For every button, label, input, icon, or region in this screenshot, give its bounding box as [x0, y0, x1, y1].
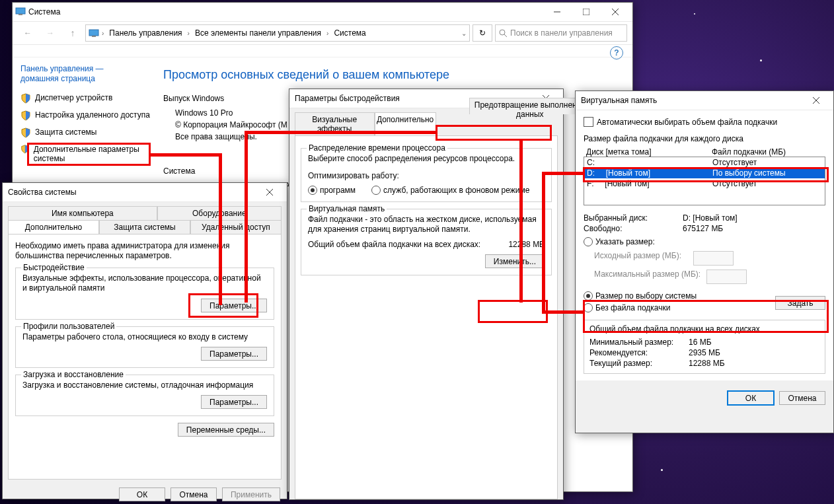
disk-list[interactable]: C: Отсутствует D: [Новый том]По выбору с… — [584, 157, 825, 205]
performance-options-window: Параметры быстродействия Визуальные эффе… — [289, 89, 564, 500]
tab-advanced[interactable]: Дополнительно — [375, 112, 436, 135]
close-button[interactable] — [255, 183, 284, 201]
admin-note: Необходимо иметь права администратора дл… — [15, 241, 274, 261]
help-icon[interactable]: ? — [610, 46, 623, 59]
close-button[interactable] — [802, 91, 831, 110]
initial-size-input — [693, 251, 734, 266]
optimize-programs-radio[interactable]: программ — [308, 186, 356, 195]
crumb-0[interactable]: Панель управления — [106, 28, 184, 38]
selected-disk-value: D: [Новый том] — [683, 213, 738, 223]
tab-dep[interactable]: Предотвращение выполнения данных — [469, 98, 591, 114]
system-properties-window: Свойства системы Имя компьютера Оборудов… — [2, 182, 287, 499]
tab-advanced[interactable]: Дополнительно — [8, 220, 99, 234]
shield-icon — [20, 93, 31, 104]
sidebar-advanced-system-settings[interactable]: Дополнительные параметры системы — [20, 145, 153, 163]
custom-size-radio[interactable]: Указать размер: — [584, 237, 655, 246]
svg-line-9 — [504, 34, 507, 37]
cancel-button[interactable]: Отмена — [779, 391, 825, 405]
startup-settings-button[interactable]: Параметры... — [201, 395, 267, 409]
tab-remote[interactable]: Удаленный доступ — [190, 220, 282, 234]
auto-manage-checkbox[interactable]: Автоматически выбирать объем файла подка… — [584, 117, 777, 127]
environment-variables-button[interactable]: Переменные среды... — [178, 423, 274, 437]
crumb-2[interactable]: Система — [331, 28, 368, 38]
system-titlebar[interactable]: Система — [13, 3, 632, 22]
control-panel-home-link[interactable]: Панель управления —домашняя страница — [20, 64, 153, 84]
cancel-button[interactable]: Отмена — [171, 487, 217, 501]
maximum-size-input — [706, 270, 747, 284]
set-button[interactable]: Задать — [775, 296, 825, 310]
forward-button[interactable]: → — [40, 24, 60, 42]
current-size-value: 12288 МБ — [689, 359, 725, 368]
tab-hardware[interactable]: Оборудование — [157, 206, 282, 220]
back-button[interactable]: ← — [18, 24, 38, 42]
startup-recovery-group: Загрузка и восстановление Загрузка и вос… — [15, 375, 274, 416]
shield-icon — [20, 145, 30, 155]
disk-row-d[interactable]: D: [Новый том]По выбору системы — [584, 168, 825, 178]
ok-button[interactable]: ОК — [728, 391, 774, 405]
performance-settings-button[interactable]: Параметры... — [201, 299, 267, 312]
ok-button[interactable]: ОК — [119, 487, 165, 501]
svg-line-5 — [612, 9, 619, 15]
svg-line-14 — [813, 97, 819, 104]
disk-row-c[interactable]: C: Отсутствует — [584, 157, 825, 168]
svg-point-8 — [500, 30, 505, 35]
vm-total-label: Общий объем файла подкачки на всех диска… — [308, 240, 508, 249]
change-vm-button[interactable]: Изменить... — [485, 254, 545, 268]
no-pagefile-radio[interactable]: Без файла подкачки — [584, 303, 670, 312]
system-window-title: Система — [26, 7, 543, 17]
maximize-button[interactable] — [572, 3, 601, 21]
pagefile-column-header: Файл подкачки (МБ) — [712, 147, 786, 157]
profiles-text: Параметры рабочего стола, относящиеся ко… — [22, 332, 267, 342]
optimize-services-radio[interactable]: служб, работающих в фоновом режиме — [371, 186, 529, 195]
up-button[interactable]: ↑ — [63, 24, 83, 42]
sidebar-remote-settings[interactable]: Настройка удаленного доступа — [20, 110, 153, 121]
breadcrumb[interactable]: › Панель управления› Все элементы панели… — [85, 24, 470, 42]
virtual-memory-window: Виртуальная память Автоматически выбират… — [575, 90, 834, 433]
system-properties-titlebar[interactable]: Свойства системы — [3, 183, 287, 202]
minimize-button[interactable] — [543, 3, 572, 21]
tab-computer-name[interactable]: Имя компьютера — [8, 206, 157, 220]
page-title: Просмотр основных сведений о вашем компь… — [163, 68, 625, 82]
startup-recovery-text: Загрузка и восстановление системы, отлад… — [22, 380, 267, 390]
computer-icon — [89, 28, 99, 38]
min-size-label: Минимальный размер: — [589, 338, 689, 347]
maximum-size-label: Максимальный размер (МБ): — [594, 270, 706, 284]
svg-rect-3 — [583, 9, 589, 15]
performance-text: Визуальные эффекты, использование процес… — [22, 273, 267, 293]
total-header: Общий объем файла подкачки на всех диска… — [589, 324, 819, 334]
tab-visual-effects[interactable]: Визуальные эффекты — [295, 112, 375, 135]
svg-line-10 — [266, 189, 273, 196]
close-button[interactable] — [601, 3, 630, 21]
virtual-memory-titlebar[interactable]: Виртуальная память — [576, 91, 833, 110]
tab-system-protection[interactable]: Защита системы — [99, 220, 190, 234]
shield-icon — [20, 110, 31, 121]
min-size-value: 16 МБ — [689, 338, 712, 347]
pagefile-size-header: Размер файла подкачки для каждого диска — [584, 134, 825, 143]
apply-button[interactable]: Применить — [222, 487, 280, 501]
scheduling-text: Выберите способ распределения ресурсов п… — [308, 154, 545, 163]
svg-rect-1 — [19, 14, 22, 15]
selected-disk-label: Выбранный диск: — [584, 213, 683, 223]
performance-group: Быстродействие Визуальные эффекты, испол… — [15, 268, 274, 320]
processor-scheduling-group: Распределение времени процессора Выберит… — [301, 148, 552, 202]
vm-total-value: 12288 МБ — [508, 240, 545, 249]
virtual-memory-title: Виртуальная память — [578, 96, 802, 105]
recommended-label: Рекомендуется: — [589, 348, 689, 357]
sidebar-system-protection[interactable]: Защита системы — [20, 127, 153, 138]
sidebar: Панель управления —домашняя страница Дис… — [20, 64, 153, 192]
refresh-button[interactable]: ↻ — [473, 24, 492, 42]
address-bar-row: ← → ↑ › Панель управления› Все элементы … — [13, 22, 632, 45]
recommended-value: 2935 МБ — [689, 348, 720, 357]
free-space-label: Свободно: — [584, 224, 683, 233]
profiles-settings-button[interactable]: Параметры... — [201, 347, 267, 361]
svg-line-15 — [813, 97, 819, 104]
sidebar-device-manager[interactable]: Диспетчер устройств — [20, 93, 153, 104]
search-input[interactable]: Поиск в панели управления — [495, 24, 627, 42]
system-managed-radio[interactable]: Размер по выбору системы — [584, 291, 697, 301]
svg-line-4 — [612, 9, 619, 15]
disk-row-f[interactable]: F: [Новый том]Отсутствует — [584, 178, 825, 189]
crumb-1[interactable]: Все элементы панели управления — [192, 28, 324, 38]
system-icon — [15, 6, 26, 18]
chevron-down-icon[interactable]: ⌄ — [461, 30, 467, 37]
search-icon — [498, 28, 508, 38]
